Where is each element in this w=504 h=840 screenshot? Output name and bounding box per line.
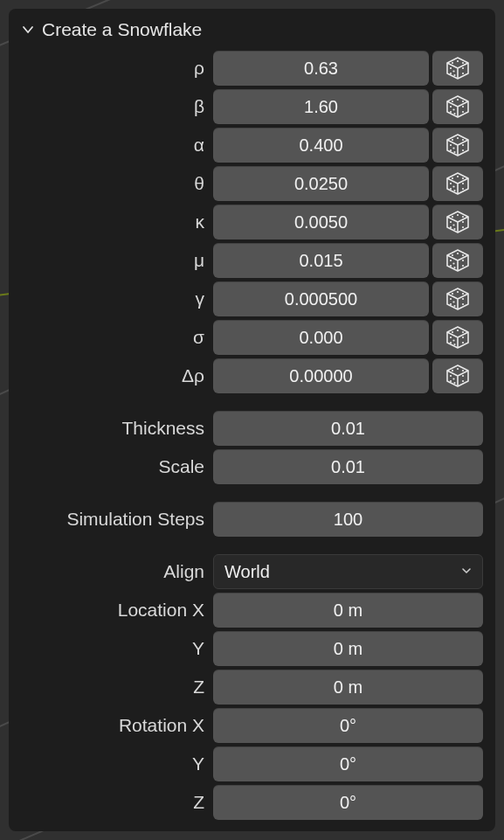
sigma-input[interactable]: 0.000	[213, 320, 429, 355]
drho-input[interactable]: 0.00000	[213, 358, 429, 393]
param-label: μ	[21, 250, 204, 271]
param-label: σ	[21, 327, 204, 348]
param-label: Rotation X	[21, 715, 204, 736]
param-row-location-x: Location X 0 m	[21, 593, 483, 628]
chevron-down-icon	[21, 23, 35, 37]
theta-input[interactable]: 0.0250	[213, 166, 429, 201]
param-row-location-y: Y 0 m	[21, 631, 483, 666]
param-row-rho: ρ 0.63	[21, 51, 483, 86]
param-row-beta: β 1.60	[21, 89, 483, 124]
rho-input[interactable]: 0.63	[213, 51, 429, 86]
param-label: Scale	[21, 456, 204, 477]
location-y-input[interactable]: 0 m	[213, 631, 483, 666]
param-row-rotation-y: Y 0°	[21, 746, 483, 781]
param-label: β	[21, 96, 204, 117]
randomize-button[interactable]	[432, 166, 483, 201]
param-row-rotation-x: Rotation X 0°	[21, 708, 483, 743]
param-label: Z	[21, 792, 204, 813]
align-select-value: World	[224, 562, 270, 582]
rotation-z-input[interactable]: 0°	[213, 785, 483, 820]
randomize-button[interactable]	[432, 51, 483, 86]
param-label: κ	[21, 212, 204, 233]
location-x-input[interactable]: 0 m	[213, 593, 483, 628]
param-label: Y	[21, 753, 204, 774]
param-label: Z	[21, 677, 204, 698]
param-row-alpha: α 0.400	[21, 128, 483, 163]
kappa-input[interactable]: 0.0050	[213, 205, 429, 240]
create-snowflake-panel: Create a Snowflake ρ 0.63 β 1.60 α 0.400	[9, 9, 495, 831]
sim-steps-input[interactable]: 100	[213, 502, 483, 537]
randomize-button[interactable]	[432, 358, 483, 393]
param-label: γ	[21, 288, 204, 309]
alpha-input[interactable]: 0.400	[213, 128, 429, 163]
param-label: Y	[21, 638, 204, 659]
param-label: Align	[21, 561, 204, 582]
randomize-button[interactable]	[432, 89, 483, 124]
panel-header[interactable]: Create a Snowflake	[21, 16, 483, 51]
param-row-location-z: Z 0 m	[21, 670, 483, 705]
chevron-down-icon	[461, 565, 472, 579]
param-row-align: Align World	[21, 554, 483, 589]
gamma-input[interactable]: 0.000500	[213, 281, 429, 316]
randomize-button[interactable]	[432, 281, 483, 316]
beta-input[interactable]: 1.60	[213, 89, 429, 124]
rotation-x-input[interactable]: 0°	[213, 708, 483, 743]
rotation-y-input[interactable]: 0°	[213, 746, 483, 781]
param-label: Δρ	[21, 365, 204, 386]
param-row-sim-steps: Simulation Steps 100	[21, 502, 483, 537]
param-label: Simulation Steps	[21, 509, 204, 530]
location-z-input[interactable]: 0 m	[213, 670, 483, 705]
param-label: ρ	[21, 58, 204, 79]
param-label: Thickness	[21, 418, 204, 439]
param-row-thickness: Thickness 0.01	[21, 411, 483, 446]
param-row-gamma: γ 0.000500	[21, 281, 483, 316]
mu-input[interactable]: 0.015	[213, 243, 429, 278]
param-label: α	[21, 135, 204, 156]
randomize-button[interactable]	[432, 205, 483, 240]
param-row-theta: θ 0.0250	[21, 166, 483, 201]
randomize-button[interactable]	[432, 320, 483, 355]
randomize-button[interactable]	[432, 243, 483, 278]
param-row-mu: μ 0.015	[21, 243, 483, 278]
param-row-kappa: κ 0.0050	[21, 205, 483, 240]
param-row-drho: Δρ 0.00000	[21, 358, 483, 393]
param-row-scale: Scale 0.01	[21, 449, 483, 484]
parameter-list: ρ 0.63 β 1.60 α 0.400 θ 0.0250	[21, 51, 483, 820]
param-label: Location X	[21, 600, 204, 621]
param-row-rotation-z: Z 0°	[21, 785, 483, 820]
thickness-input[interactable]: 0.01	[213, 411, 483, 446]
param-label: θ	[21, 173, 204, 194]
panel-title: Create a Snowflake	[42, 19, 202, 40]
align-select[interactable]: World	[213, 554, 483, 589]
param-row-sigma: σ 0.000	[21, 320, 483, 355]
randomize-button[interactable]	[432, 128, 483, 163]
scale-input[interactable]: 0.01	[213, 449, 483, 484]
